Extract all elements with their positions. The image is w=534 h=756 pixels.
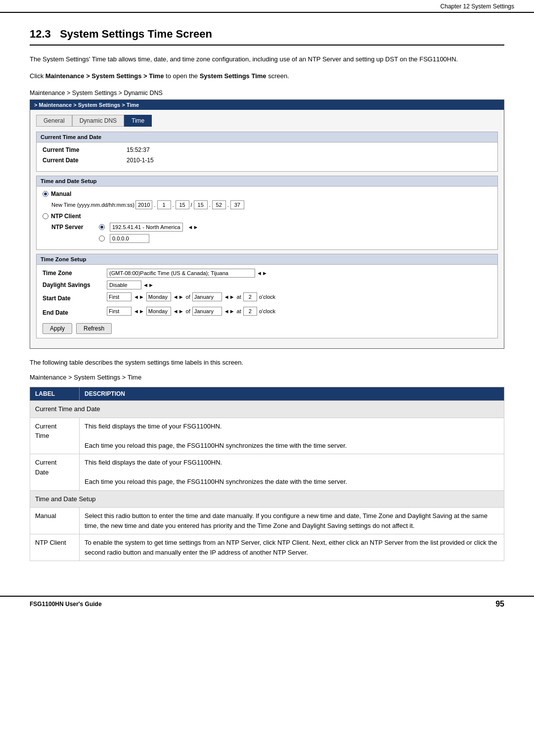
tab-general[interactable]: General: [36, 115, 72, 127]
start-date-row: Start Date First ◄► Monday ◄► of January…: [43, 292, 491, 304]
current-time-section-header: Current Time and Date: [36, 132, 498, 142]
ntp-client-radio-row: NTP Client: [43, 213, 491, 220]
time-zone-section-header: Time Zone Setup: [36, 254, 498, 264]
tabs-row: General Dynamic DNS Time: [36, 115, 498, 127]
ntp-client-radio-button[interactable]: [43, 213, 48, 219]
table-breadcrumb: Maintenance > System Settings > Time: [30, 373, 504, 382]
intro-bold2: System Settings Time: [200, 72, 267, 80]
col-desc-header: DESCRIPTION: [80, 387, 504, 401]
current-time-row: Current Time 15:52:37: [43, 146, 491, 153]
start-hour[interactable]: 2: [243, 292, 257, 301]
start-oclock-label: o'clock: [259, 294, 275, 300]
table-row: Current TimeThis field displays the time…: [30, 418, 504, 454]
time-hour[interactable]: 15: [194, 200, 208, 209]
current-time-value: 15:52:37: [127, 146, 150, 153]
start-at-label: at: [237, 294, 241, 300]
time-date-setup-body: Manual New Time (yyyy.mm.dd/hh:mm:ss) 20…: [36, 186, 498, 250]
time-date-setup-header: Time and Date Setup: [36, 176, 498, 186]
daylight-savings-row: Daylight Savings Disable ◄►: [43, 281, 491, 289]
intro-paragraph2: Click Maintenance > System Settings > Ti…: [30, 71, 504, 81]
time-minute[interactable]: 52: [212, 200, 226, 209]
start-day-select[interactable]: Monday: [146, 292, 171, 301]
ntp-server-manual-input[interactable]: 0.0.0.0: [110, 234, 149, 243]
time-month[interactable]: 1: [157, 200, 171, 209]
col-label-header: LABEL: [30, 387, 80, 401]
tab-dynamic-dns[interactable]: Dynamic DNS: [72, 115, 124, 127]
end-oclock-label: o'clock: [259, 308, 275, 314]
table-section-row: Time and Date Setup: [30, 490, 504, 508]
end-hour[interactable]: 2: [243, 307, 257, 316]
daylight-savings-label: Daylight Savings: [43, 282, 107, 288]
current-date-value: 2010-1-15: [127, 157, 154, 164]
intro-suffix: to open the: [166, 72, 200, 80]
time-second[interactable]: 37: [230, 200, 244, 209]
table-row: ManualSelect this radio button to enter …: [30, 508, 504, 534]
new-time-inputs: 2010 . 1 . 15 / 15 . 52 . 37: [135, 200, 244, 209]
current-date-row: Current Date 2010-1-15: [43, 157, 491, 164]
action-buttons: Apply Refresh: [43, 323, 491, 334]
time-zone-row: Time Zone (GMT-08:00)Pacific Time (US & …: [43, 269, 491, 278]
new-time-label: New Time (yyyy.mm.dd/hh:mm:ss): [51, 202, 135, 208]
ntp-server-radio1[interactable]: [99, 224, 105, 230]
start-month-select[interactable]: January: [192, 292, 222, 301]
manual-radio-row: Manual: [43, 190, 491, 197]
table-row: Current DateThis field displays the date…: [30, 454, 504, 491]
time-year[interactable]: 2010: [135, 200, 152, 209]
table-row-desc: To enable the system to get time setting…: [80, 534, 504, 561]
start-date-inputs: First ◄► Monday ◄► of January ◄► at 2 o'…: [107, 292, 275, 301]
main-content: 12.3 System Settings Time Screen The Sys…: [0, 13, 534, 581]
start-of-label: of: [186, 294, 190, 300]
settings-table: LABEL DESCRIPTION Current Time and DateC…: [30, 387, 504, 561]
end-of-label: of: [186, 308, 190, 314]
tab-time[interactable]: Time: [124, 115, 152, 127]
end-month-select[interactable]: January: [192, 307, 222, 316]
ui-title-bar: > Maintenance > System Settings > Time: [30, 100, 504, 110]
current-date-label: Current Date: [43, 157, 127, 164]
time-zone-select[interactable]: (GMT-08:00)Pacific Time (US & Canada); T…: [107, 269, 255, 278]
page-footer: FSG1100HN User's Guide 95: [0, 596, 534, 612]
ntp-server-label: NTP Server: [51, 224, 96, 231]
current-time-label: Current Time: [43, 146, 127, 153]
time-day[interactable]: 15: [176, 200, 189, 209]
table-row-label: Current Date: [30, 454, 80, 491]
new-time-row: New Time (yyyy.mm.dd/hh:mm:ss) 2010 . 1 …: [43, 200, 491, 209]
manual-radio-button[interactable]: [43, 191, 48, 197]
time-zone-label: Time Zone: [43, 270, 107, 277]
refresh-button[interactable]: Refresh: [76, 323, 112, 334]
table-row-desc: This field displays the date of your FSG…: [80, 454, 504, 491]
table-row-label: NTP Client: [30, 534, 80, 561]
intro-bold1: Maintenance > System Settings > Time: [45, 72, 164, 80]
intro-end: screen.: [268, 72, 289, 80]
end-day-select[interactable]: Monday: [146, 307, 171, 316]
apply-button[interactable]: Apply: [43, 323, 72, 334]
chapter-title: 12.3 System Settings Time Screen: [30, 28, 504, 46]
ntp-server-manual-row: 0.0.0.0: [51, 234, 491, 243]
start-occurrence-select[interactable]: First: [107, 292, 132, 301]
chapter-number: 12.3: [30, 28, 51, 40]
time-zone-section-body: Time Zone (GMT-08:00)Pacific Time (US & …: [36, 264, 498, 338]
page-number: 95: [495, 600, 504, 609]
table-row-label: Current Time: [30, 418, 80, 454]
table-row: NTP ClientTo enable the system to get ti…: [30, 534, 504, 561]
manual-label: Manual: [51, 190, 71, 197]
end-date-row: End Date First ◄► Monday ◄► of January ◄…: [43, 307, 491, 318]
table-section-row: Current Time and Date: [30, 401, 504, 418]
ntp-server-select[interactable]: 192.5.41.41 - North America: [110, 223, 183, 232]
table-row-label: Manual: [30, 508, 80, 534]
page-header: Chapter 12 System Settings: [0, 0, 534, 13]
current-time-section-body: Current Time 15:52:37 Current Date 2010-…: [36, 142, 498, 172]
footer-left: FSG1100HN User's Guide: [30, 601, 102, 608]
chapter-title-text: System Settings Time Screen: [60, 28, 212, 40]
start-date-label: Start Date: [43, 295, 107, 302]
table-row-desc: This field displays the time of your FSG…: [80, 418, 504, 454]
end-date-label: End Date: [43, 309, 107, 316]
end-at-label: at: [237, 308, 241, 314]
ntp-server-row: NTP Server 192.5.41.41 - North America ◄…: [51, 223, 491, 232]
end-occurrence-select[interactable]: First: [107, 307, 132, 316]
ntp-server-radio2[interactable]: [99, 236, 105, 241]
intro-paragraph1: The System Settings' Time tab allows tim…: [30, 54, 504, 64]
chapter-label: Chapter 12 System Settings: [441, 3, 514, 10]
desc-text: The following table describes the system…: [30, 358, 504, 368]
ui-breadcrumb-label: Maintenance > System Settings > Dynamic …: [30, 90, 504, 96]
daylight-savings-select[interactable]: Disable: [107, 281, 141, 289]
